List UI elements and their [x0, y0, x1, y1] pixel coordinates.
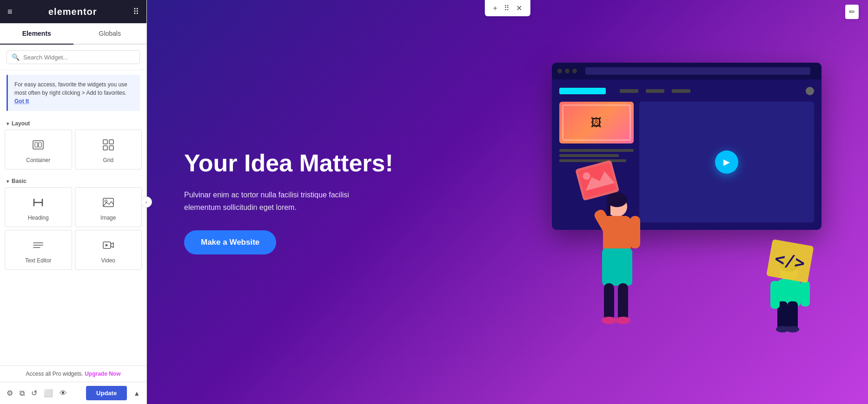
hero-title: Your Idea Matters! [184, 150, 393, 177]
svg-rect-39 [770, 281, 780, 309]
grid-icon[interactable]: ⠿ [133, 7, 139, 17]
basic-section-title: Basic [12, 178, 27, 184]
search-input-wrapper: 🔍 [7, 50, 140, 64]
svg-rect-1 [35, 143, 38, 147]
heading-icon [32, 196, 45, 211]
heading-label: Heading [28, 215, 49, 221]
widget-video[interactable]: Video [75, 230, 142, 270]
search-icon: 🔍 [12, 53, 20, 61]
svg-marker-16 [106, 244, 108, 247]
svg-point-11 [105, 200, 107, 202]
svg-rect-23 [630, 216, 640, 248]
svg-rect-5 [103, 146, 107, 150]
update-button[interactable]: Update [86, 386, 127, 400]
move-section-button[interactable]: ⠿ [502, 3, 511, 13]
eye-icon[interactable]: 👁 [60, 389, 67, 397]
svg-rect-40 [801, 281, 810, 306]
collapse-sidebar-handle[interactable]: ‹ [141, 196, 152, 208]
widget-container[interactable]: Container [5, 130, 72, 169]
tip-box: For easy access, favorite the widgets yo… [7, 75, 140, 111]
elementor-logo: elementor [48, 7, 97, 17]
video-label: Video [101, 257, 115, 264]
svg-rect-3 [103, 140, 107, 144]
figures-illustration: </> [543, 123, 849, 355]
widget-heading[interactable]: Heading [5, 187, 72, 227]
hero-illustration: 🖼 ▶ [533, 63, 849, 341]
layout-widget-grid: Container Grid [0, 130, 146, 173]
container-icon [32, 138, 45, 153]
container-label: Container [26, 157, 50, 163]
edit-pencil-button[interactable]: ✏ [845, 5, 859, 19]
widget-grid[interactable]: Grid [75, 130, 142, 169]
arrow-down-icon: ▾ [7, 121, 9, 126]
svg-point-27 [616, 317, 630, 324]
basic-widget-grid: Heading Image Text Editor [0, 187, 146, 274]
browser-dot-1 [557, 69, 562, 73]
text-editor-label: Text Editor [25, 257, 52, 264]
upgrade-text: Access all Pro widgets. [26, 371, 83, 377]
browser-address-bar [585, 67, 810, 75]
hero-section: Your Idea Matters! Pulvinar enim ac tort… [147, 0, 868, 404]
svg-rect-19 [607, 197, 610, 216]
svg-point-26 [602, 317, 616, 324]
browser-cyan-bar [559, 88, 606, 94]
svg-rect-2 [39, 143, 41, 147]
tip-text: For easy access, favorite the widgets yo… [14, 81, 127, 96]
browser-search-row [559, 87, 814, 95]
browser-nav-dot-1 [620, 89, 638, 93]
text-editor-icon [32, 239, 45, 254]
widget-image[interactable]: Image [75, 187, 142, 227]
browser-titlebar [552, 63, 822, 79]
svg-rect-36 [788, 301, 798, 329]
svg-rect-6 [109, 146, 113, 150]
svg-rect-0 [33, 141, 43, 149]
browser-circle [806, 87, 814, 95]
image-icon [102, 196, 115, 211]
upgrade-bar: Access all Pro widgets. Upgrade Now [0, 366, 146, 382]
browser-dot-3 [572, 69, 577, 73]
grid-label: Grid [103, 157, 113, 163]
hero-content: Your Idea Matters! Pulvinar enim ac tort… [184, 150, 393, 254]
canvas: + ⠿ ✕ ✏ Your Idea Matters! Pulvinar enim… [147, 0, 868, 404]
grid-widget-icon [102, 138, 115, 153]
hero-cta-button[interactable]: Make a Website [184, 230, 276, 254]
tab-globals[interactable]: Globals [73, 23, 147, 45]
sidebar: ≡ elementor ⠿ Elements Globals 🔍 For eas… [0, 0, 147, 404]
video-icon [102, 239, 115, 254]
svg-rect-24 [604, 283, 614, 320]
svg-rect-21 [602, 248, 632, 286]
image-label: Image [100, 215, 116, 221]
section-basic-label[interactable]: ▾ Basic [0, 173, 146, 187]
hero-description: Pulvinar enim ac tortor nulla facilisi t… [184, 189, 379, 214]
layout-section-title: Layout [12, 120, 30, 127]
history-icon[interactable]: ↺ [31, 389, 37, 397]
chevron-up-icon[interactable]: ▲ [133, 390, 140, 397]
svg-rect-25 [618, 283, 628, 320]
sidebar-tabs: Elements Globals [0, 23, 146, 45]
close-section-button[interactable]: ✕ [514, 3, 524, 13]
upgrade-link[interactable]: Upgrade Now [85, 371, 120, 377]
toolbar-row: ⚙ ⧉ ↺ ⬜ 👁 Update ▲ [0, 382, 146, 404]
browser-nav-dot-3 [672, 89, 690, 93]
layers-icon[interactable]: ⧉ [20, 389, 25, 397]
browser-nav-dot-2 [646, 89, 664, 93]
sidebar-header: ≡ elementor ⠿ [0, 0, 146, 23]
search-input[interactable] [23, 54, 135, 61]
browser-dot-2 [565, 69, 570, 73]
search-container: 🔍 [0, 45, 146, 70]
responsive-icon[interactable]: ⬜ [44, 389, 53, 397]
svg-rect-4 [109, 140, 113, 144]
canvas-toolbar: + ⠿ ✕ [484, 0, 530, 16]
section-layout-label[interactable]: ▾ Layout [0, 116, 146, 130]
svg-point-38 [786, 326, 799, 332]
add-section-button[interactable]: + [491, 3, 499, 13]
tab-elements[interactable]: Elements [0, 23, 73, 45]
got-it-link[interactable]: Got It [14, 98, 29, 104]
hamburger-icon[interactable]: ≡ [7, 7, 13, 17]
sidebar-bottom: Access all Pro widgets. Upgrade Now ⚙ ⧉ … [0, 365, 146, 404]
arrow-down-icon-basic: ▾ [7, 179, 9, 184]
widget-text-editor[interactable]: Text Editor [5, 230, 72, 270]
browser-nav-dots [620, 89, 690, 93]
settings-icon[interactable]: ⚙ [7, 389, 13, 397]
